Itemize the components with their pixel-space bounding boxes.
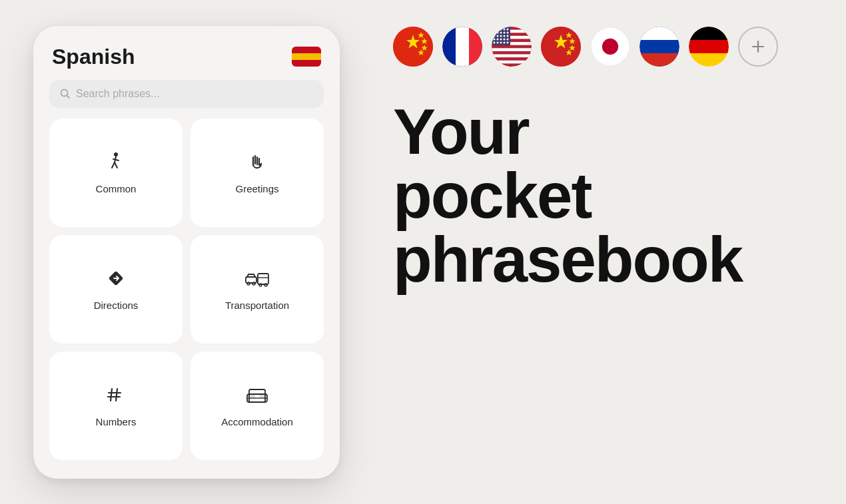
svg-point-12 (259, 284, 262, 286)
flag-chinese2[interactable] (541, 27, 581, 67)
numbers-label: Numbers (96, 416, 137, 427)
svg-point-68 (504, 42, 506, 44)
chinese2-flag-svg (541, 27, 581, 67)
svg-rect-43 (492, 61, 532, 64)
german-flag-svg (689, 27, 729, 67)
svg-point-13 (264, 284, 267, 286)
headline: Your pocket phrasebook (393, 100, 813, 292)
category-transportation[interactable]: Transportation (191, 235, 324, 344)
svg-line-15 (111, 389, 112, 401)
svg-point-56 (497, 35, 499, 37)
svg-point-54 (507, 32, 509, 34)
japanese-flag-svg (592, 27, 629, 67)
category-accommodation[interactable]: Accommodation (191, 352, 324, 460)
svg-line-5 (115, 162, 117, 168)
svg-point-46 (497, 29, 499, 31)
svg-point-55 (494, 35, 496, 37)
svg-point-57 (500, 35, 502, 37)
svg-line-16 (116, 389, 117, 401)
greetings-label: Greetings (235, 183, 278, 194)
svg-rect-22 (259, 394, 264, 398)
language-flags (393, 27, 813, 67)
flag-us[interactable] (492, 27, 532, 67)
french-flag-svg (442, 27, 482, 67)
directions-icon (105, 267, 127, 293)
svg-point-62 (500, 39, 502, 41)
phone-mockup: Spanish Search phrases... (33, 26, 340, 479)
svg-rect-80 (639, 27, 679, 40)
flag-mid-stripe (292, 53, 321, 60)
phone-title: Spanish (52, 45, 135, 69)
svg-point-58 (504, 35, 506, 37)
svg-point-61 (497, 39, 499, 41)
search-bar[interactable]: Search phrases... (49, 80, 324, 108)
svg-line-6 (113, 159, 119, 160)
category-greetings[interactable]: Greetings (191, 119, 324, 227)
us-flag-svg (492, 27, 532, 67)
svg-point-45 (494, 29, 496, 31)
svg-rect-21 (250, 394, 255, 398)
headline-line1: Your (393, 100, 813, 164)
flag-french[interactable] (442, 27, 482, 67)
category-numbers[interactable]: Numbers (49, 352, 183, 460)
category-common[interactable]: Common (49, 119, 183, 227)
svg-rect-8 (246, 277, 256, 283)
svg-point-52 (500, 32, 502, 34)
svg-rect-41 (492, 48, 532, 51)
headline-line2: pocket (393, 164, 813, 228)
add-language-button[interactable] (738, 27, 778, 67)
svg-point-51 (497, 32, 499, 34)
svg-point-59 (507, 35, 509, 37)
search-placeholder-text: Search phrases... (76, 88, 159, 100)
flag-japanese[interactable] (590, 27, 630, 67)
categories-grid: Common Greetings (49, 119, 324, 460)
spanish-flag-badge (292, 47, 321, 67)
svg-point-50 (494, 32, 496, 34)
headline-line3: phrasebook (393, 228, 813, 292)
russian-flag-svg (639, 27, 679, 67)
svg-line-1 (67, 95, 70, 98)
plus-icon (749, 38, 767, 55)
transportation-icon (244, 267, 270, 293)
svg-point-60 (494, 39, 496, 41)
svg-point-63 (504, 39, 506, 41)
svg-point-47 (500, 29, 502, 31)
right-section: Your pocket phrasebook (373, 0, 846, 504)
svg-rect-11 (258, 274, 268, 284)
flag-german[interactable] (689, 27, 729, 67)
numbers-icon (105, 383, 127, 409)
common-label: Common (96, 183, 137, 194)
svg-point-70 (541, 27, 581, 67)
svg-rect-33 (456, 27, 469, 67)
svg-line-4 (112, 162, 115, 168)
flag-bot-stripe (292, 60, 321, 67)
chinese-flag-svg (393, 27, 433, 67)
svg-point-66 (497, 42, 499, 44)
svg-rect-38 (492, 30, 532, 33)
flag-russian[interactable] (639, 27, 679, 67)
svg-point-10 (252, 282, 255, 285)
svg-point-77 (602, 39, 618, 55)
svg-point-67 (500, 42, 502, 44)
svg-point-69 (507, 42, 509, 44)
search-icon (60, 89, 71, 99)
phone-header: Spanish (49, 45, 324, 69)
svg-point-64 (507, 39, 509, 41)
transportation-label: Transportation (225, 300, 289, 311)
svg-rect-85 (689, 40, 729, 53)
flag-top-stripe (292, 47, 321, 53)
accommodation-label: Accommodation (221, 416, 293, 427)
svg-rect-42 (492, 55, 532, 58)
svg-point-25 (393, 27, 433, 67)
left-section: Spanish Search phrases... (0, 0, 373, 504)
svg-point-53 (504, 32, 506, 34)
common-icon (105, 150, 127, 176)
directions-label: Directions (94, 300, 139, 311)
flag-chinese[interactable] (393, 27, 433, 67)
svg-rect-81 (639, 53, 679, 67)
category-directions[interactable]: Directions (49, 235, 183, 344)
svg-rect-84 (689, 27, 729, 40)
svg-point-48 (504, 29, 506, 31)
svg-point-65 (494, 42, 496, 44)
svg-point-49 (507, 29, 509, 31)
